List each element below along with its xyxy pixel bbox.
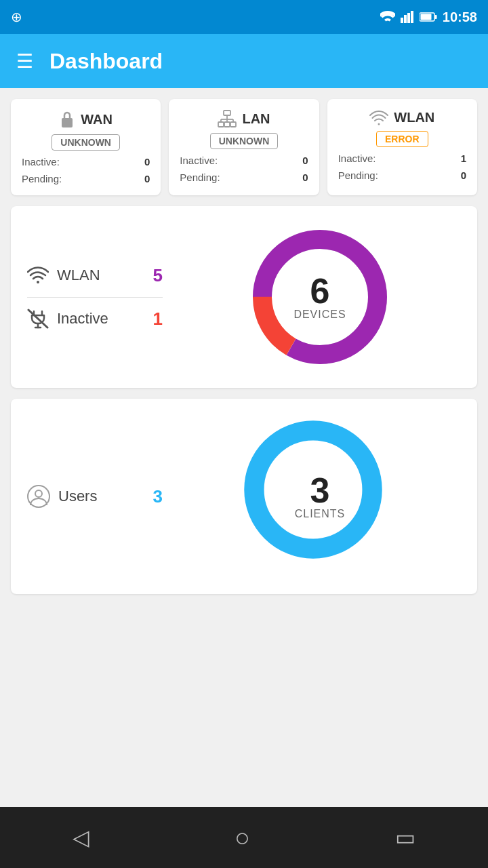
wlan-legend-label: WLAN xyxy=(57,267,145,284)
status-bar: ⊕ 10:58 xyxy=(0,0,488,34)
lan-pending-label: Pending: xyxy=(180,172,220,183)
wan-inactive-value: 0 xyxy=(144,156,150,167)
legend-divider-1 xyxy=(27,297,163,298)
lan-status: UNKNOWN xyxy=(210,133,279,149)
lan-icon xyxy=(218,110,237,127)
home-button[interactable]: ○ xyxy=(235,823,250,852)
wan-status: UNKNOWN xyxy=(52,134,120,151)
wlan-title: WLAN xyxy=(394,110,434,125)
svg-rect-1 xyxy=(404,15,407,23)
wan-pending-stat: Pending: 0 xyxy=(19,173,152,184)
svg-point-27 xyxy=(35,490,42,497)
wan-card[interactable]: WAN UNKNOWN Inactive: 0 Pending: 0 xyxy=(11,99,161,195)
devices-legend: WLAN 5 Inactive 1 xyxy=(27,265,163,330)
lan-inactive-stat: Inactive: 0 xyxy=(177,155,310,166)
recent-button[interactable]: ▭ xyxy=(395,825,415,850)
svg-rect-2 xyxy=(407,13,410,23)
wlan-legend-value: 5 xyxy=(153,265,163,286)
clients-donut-inner: 3 CLIENTS xyxy=(295,473,346,520)
clients-donut-container: 3 CLIENTS xyxy=(179,415,461,578)
inactive-legend-label: Inactive xyxy=(57,310,145,328)
wlan-legend-icon xyxy=(27,267,49,284)
wlan-pending-label: Pending: xyxy=(338,170,378,181)
lan-pending-stat: Pending: 0 xyxy=(177,172,310,183)
wifi-icon xyxy=(380,11,395,23)
users-legend-item[interactable]: Users 3 xyxy=(27,485,163,508)
devices-label: DEVICES xyxy=(293,309,346,321)
svg-rect-3 xyxy=(411,11,413,23)
wlan-card-header: WLAN xyxy=(369,110,434,125)
lan-pending-value: 0 xyxy=(302,172,308,183)
users-label: Users xyxy=(58,488,145,505)
svg-rect-8 xyxy=(224,111,230,115)
devices-donut-inner: 6 DEVICES xyxy=(293,273,346,321)
lan-card-header: LAN xyxy=(218,110,270,127)
svg-rect-9 xyxy=(218,122,224,127)
network-cards-row: WAN UNKNOWN Inactive: 0 Pending: 0 xyxy=(11,99,477,195)
wan-card-header: WAN xyxy=(59,110,113,129)
wlan-icon xyxy=(369,111,388,125)
inactive-legend-value: 1 xyxy=(153,309,163,330)
devices-count: 6 xyxy=(293,273,346,309)
wan-inactive-label: Inactive: xyxy=(22,156,60,167)
devices-donut-container: 6 DEVICES xyxy=(179,222,461,372)
wlan-inactive-value: 1 xyxy=(461,153,466,164)
wan-title: WAN xyxy=(81,112,113,127)
wlan-card[interactable]: WLAN ERROR Inactive: 1 Pending: 0 xyxy=(327,99,477,195)
app-bar: ☰ Dashboard xyxy=(0,34,488,88)
app-title: Dashboard xyxy=(49,49,163,74)
inactive-icon xyxy=(27,309,49,329)
signal-icon xyxy=(401,11,414,23)
lan-card[interactable]: LAN UNKNOWN Inactive: 0 Pending: 0 xyxy=(169,99,319,195)
wlan-pending-stat: Pending: 0 xyxy=(336,170,469,181)
wlan-status: ERROR xyxy=(376,131,428,147)
user-icon xyxy=(27,485,50,508)
svg-rect-11 xyxy=(230,122,236,127)
svg-rect-10 xyxy=(224,122,230,127)
users-value: 3 xyxy=(153,486,163,507)
main-content: WAN UNKNOWN Inactive: 0 Pending: 0 xyxy=(0,88,488,807)
devices-donut: 6 DEVICES xyxy=(245,222,394,372)
wlan-pending-value: 0 xyxy=(461,170,466,181)
wan-pending-value: 0 xyxy=(144,173,150,184)
whatsapp-icon: ⊕ xyxy=(11,9,22,24)
svg-rect-5 xyxy=(434,15,436,19)
bottom-nav: ◁ ○ ▭ xyxy=(0,807,488,868)
wlan-inactive-label: Inactive: xyxy=(338,153,376,164)
lock-icon xyxy=(59,110,75,129)
wlan-legend-item[interactable]: WLAN 5 xyxy=(27,265,163,286)
svg-rect-6 xyxy=(420,14,431,20)
clients-panel: Users 3 3 CLIENTS xyxy=(11,399,477,594)
svg-rect-7 xyxy=(62,118,73,127)
battery-icon xyxy=(420,12,437,22)
clients-count: 3 xyxy=(295,473,346,508)
status-time: 10:58 xyxy=(443,9,477,25)
clients-label: CLIENTS xyxy=(295,508,346,520)
svg-point-18 xyxy=(37,281,39,283)
lan-title: LAN xyxy=(242,111,270,127)
back-button[interactable]: ◁ xyxy=(73,825,89,850)
svg-rect-0 xyxy=(401,18,403,23)
devices-panel: WLAN 5 Inactive 1 xyxy=(11,206,477,388)
hamburger-icon[interactable]: ☰ xyxy=(16,50,33,73)
wan-pending-label: Pending: xyxy=(22,173,62,184)
lan-inactive-value: 0 xyxy=(302,155,308,166)
lan-inactive-label: Inactive: xyxy=(180,155,218,166)
clients-donut: 3 CLIENTS xyxy=(239,415,401,578)
clients-legend: Users 3 xyxy=(27,485,163,508)
inactive-legend-item[interactable]: Inactive 1 xyxy=(27,309,163,330)
wan-inactive-stat: Inactive: 0 xyxy=(19,156,152,167)
svg-point-17 xyxy=(378,123,380,125)
wlan-inactive-stat: Inactive: 1 xyxy=(336,153,469,164)
